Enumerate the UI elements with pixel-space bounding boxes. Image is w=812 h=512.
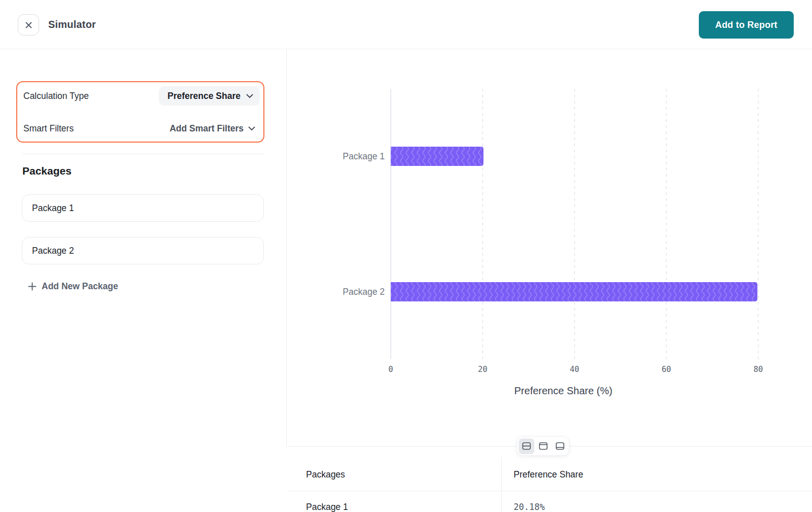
chart-only-view-icon: [538, 441, 549, 451]
chevron-down-icon: [246, 94, 253, 98]
results-table: Packages Preference Share Package 1 20.1…: [287, 447, 812, 512]
table-header-preference-share: Preference Share: [514, 469, 583, 480]
chart-panel: 020406080Package 1Package 2Preference Sh…: [287, 49, 812, 446]
page-title: Simulator: [48, 0, 96, 49]
table-header-packages: Packages: [306, 469, 345, 480]
chart-only-view-button[interactable]: [535, 438, 551, 454]
view-toggle: [517, 436, 569, 456]
calculation-type-value: Preference Share: [167, 91, 241, 101]
sidebar-divider: [22, 154, 264, 154]
x-tick-label: 0: [388, 365, 393, 374]
add-smart-filters-dropdown[interactable]: Add Smart Filters: [170, 123, 255, 134]
x-tick-label: 40: [570, 365, 580, 374]
calculation-type-label: Calculation Type: [23, 91, 89, 101]
split-view-button[interactable]: [519, 438, 534, 454]
packages-heading: Packages: [22, 165, 72, 177]
chevron-down-icon: [248, 126, 255, 131]
table-column-divider: [501, 457, 502, 512]
calculation-type-row: Calculation Type Preference Share: [23, 86, 260, 106]
x-tick-label: 60: [662, 365, 671, 374]
x-tick-label: 20: [478, 365, 488, 374]
table-row-preference-share-value: 20.18%: [514, 502, 545, 512]
x-axis-title: Preference Share (%): [514, 385, 612, 396]
add-to-report-button[interactable]: Add to Report: [699, 11, 794, 39]
package-card-1[interactable]: Package 1: [22, 194, 264, 222]
smart-filters-label: Smart Filters: [23, 123, 74, 134]
add-new-package-label: Add New Package: [42, 281, 118, 292]
split-view-icon: [521, 441, 532, 451]
table-only-view-icon: [555, 441, 565, 451]
category-label: Package 2: [343, 287, 385, 297]
category-label: Package 1: [343, 151, 385, 161]
x-tick-label: 80: [754, 365, 763, 374]
sidebar: Calculation Type Preference Share Smart …: [0, 49, 287, 446]
bar-pattern-overlay: [391, 147, 484, 166]
close-icon: [25, 21, 32, 29]
bar-pattern-overlay: [391, 282, 757, 301]
calculation-type-dropdown[interactable]: Preference Share: [159, 86, 260, 106]
plus-icon: [28, 282, 37, 291]
calculation-settings-highlight-box: Calculation Type Preference Share Smart …: [16, 81, 264, 143]
package-card-label: Package 2: [32, 246, 74, 256]
top-bar: Simulator Add to Report: [0, 0, 812, 49]
table-only-view-button[interactable]: [552, 438, 568, 454]
table-header-border: [287, 491, 812, 491]
smart-filters-row: Smart Filters Add Smart Filters: [23, 119, 260, 138]
smart-filters-value: Add Smart Filters: [170, 123, 244, 134]
preference-share-bar-chart: 020406080Package 1Package 2Preference Sh…: [287, 49, 812, 446]
package-card-label: Package 1: [32, 203, 74, 214]
table-row-package-name: Package 1: [306, 502, 348, 512]
add-new-package-button[interactable]: Add New Package: [28, 281, 118, 292]
package-card-2[interactable]: Package 2: [22, 237, 264, 264]
close-button[interactable]: [18, 14, 39, 36]
